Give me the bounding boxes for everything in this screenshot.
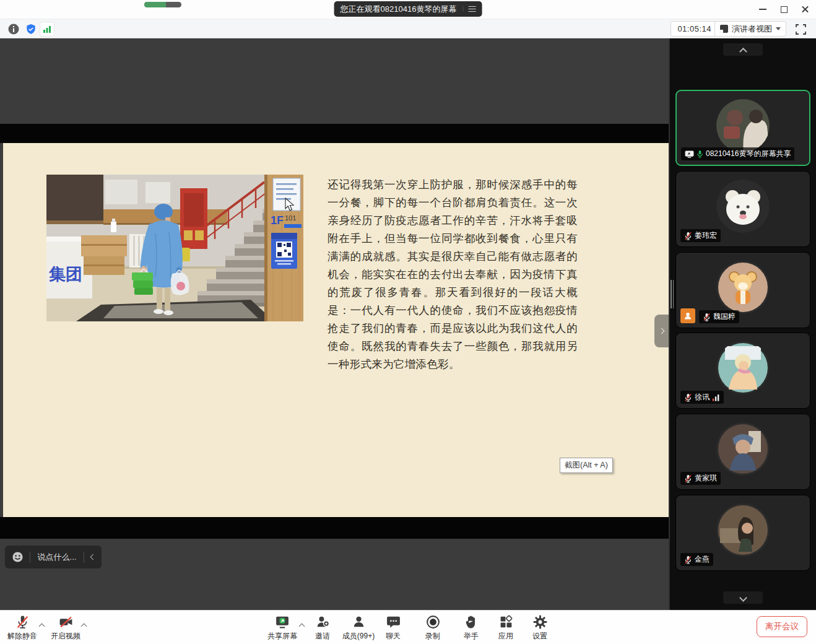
unmute-label: 解除静音 (7, 631, 37, 642)
chat-input-bar[interactable]: 说点什么... (5, 546, 102, 568)
slide-photo: 集团 (46, 175, 303, 321)
screen-share-icon (685, 150, 694, 158)
mic-muted-icon (703, 313, 711, 321)
mic-muted-icon (684, 474, 692, 483)
participant-name-label: 08210416黄琴的屏幕共享 (681, 147, 794, 160)
participant-tile[interactable]: 姜玮宏 (675, 171, 810, 247)
start-video-button[interactable]: 开启视频 (48, 614, 83, 642)
share-options-caret[interactable] (300, 624, 304, 629)
banner-menu-icon[interactable] (462, 6, 475, 12)
participants-sidebar: 08210416黄琴的屏幕共享 姜玮宏 魏国粹 (669, 38, 816, 610)
members-icon (351, 614, 367, 630)
unmute-button[interactable]: 解除静音 (5, 614, 40, 642)
floor-sign: 1F (271, 214, 284, 227)
weak-signal-icon (712, 394, 720, 401)
chat-label: 聊天 (386, 631, 401, 642)
chevron-down-icon (739, 594, 747, 602)
participant-tile[interactable]: 黄家琪 (675, 414, 810, 490)
chevron-up-icon (299, 624, 305, 630)
minimize-button[interactable] (757, 3, 769, 15)
start-video-label: 开启视频 (51, 631, 80, 642)
participant-tile-sharing[interactable]: 08210416黄琴的屏幕共享 (675, 90, 810, 166)
view-mode-label: 演讲者视图 (732, 24, 772, 35)
chat-button[interactable]: 聊天 (378, 614, 409, 642)
participant-name-label: 魏国粹 (699, 310, 739, 323)
participant-name-label: 姜玮宏 (680, 229, 721, 242)
control-bar: 解除静音 开启视频 共享屏幕 邀请 成员(99+) 聊天 录制 (0, 610, 816, 644)
record-label: 录制 (425, 631, 440, 642)
network-quality-icon[interactable] (40, 22, 54, 37)
apps-icon (498, 614, 514, 630)
participant-tile[interactable]: 魏国粹 (675, 252, 810, 328)
invite-label: 邀请 (315, 631, 330, 642)
close-button[interactable] (799, 3, 811, 15)
avatar (716, 503, 770, 557)
sidebar-expand-handle[interactable] (654, 315, 669, 347)
avatar (716, 99, 770, 152)
apps-button[interactable]: 应用 (490, 614, 521, 642)
chevron-up-icon (39, 624, 45, 630)
record-icon (425, 614, 441, 630)
mic-on-icon (697, 150, 703, 158)
chevron-right-icon (659, 328, 665, 334)
emoji-icon[interactable] (5, 551, 30, 563)
slide-paragraph: 还记得我第一次穿上防护服，那时候深感手中的每一分餐，脚下的每一个台阶都肩负着责任… (328, 176, 578, 373)
window-controls (757, 3, 811, 15)
mic-muted-icon (684, 555, 692, 564)
invite-button[interactable]: 邀请 (307, 614, 338, 642)
title-bar: 您正在观看08210416黄琴的屏幕 (0, 0, 816, 19)
gear-icon (532, 614, 548, 630)
camera-off-icon (58, 614, 74, 630)
status-bar: 01:05:14 演讲者视图 (0, 19, 816, 38)
record-button[interactable]: 录制 (417, 614, 448, 642)
counter-text: 集团 (48, 265, 82, 284)
security-shield-icon[interactable] (24, 22, 38, 37)
view-mode-selector[interactable]: 演讲者视图 (714, 21, 786, 37)
mic-muted-icon (684, 393, 692, 402)
avatar (716, 422, 770, 476)
avatar (716, 261, 770, 314)
watching-banner[interactable]: 您正在观看08210416黄琴的屏幕 (334, 1, 482, 17)
meeting-timer: 01:05:14 (671, 21, 718, 37)
scroll-up-button[interactable] (723, 43, 763, 56)
participant-name: 金燕 (695, 554, 710, 565)
presentation-slide: 集团 (3, 143, 669, 517)
participant-name: 魏国粹 (713, 311, 736, 322)
layout-icon (720, 25, 728, 33)
maximize-button[interactable] (778, 3, 790, 15)
mic-muted-icon (15, 614, 30, 630)
participant-name-label: 徐讯 (680, 391, 724, 404)
raise-hand-icon (464, 614, 479, 630)
members-button[interactable]: 成员(99+) (338, 614, 379, 642)
meeting-info-icon[interactable] (6, 22, 21, 37)
chevron-down-icon (776, 27, 781, 30)
fullscreen-button[interactable] (793, 22, 809, 37)
shared-screen-area: 集团 (0, 38, 669, 610)
chevron-up-icon (739, 47, 747, 55)
window-drag-pill (144, 2, 181, 7)
settings-button[interactable]: 设置 (524, 614, 555, 642)
apps-label: 应用 (498, 631, 513, 642)
share-screen-button[interactable]: 共享屏幕 (265, 614, 300, 642)
window-drag-pill-fill (144, 2, 166, 7)
participant-name-label: 黄家琪 (680, 472, 721, 485)
participant-name: 姜玮宏 (695, 230, 717, 241)
chat-collapse-button[interactable] (84, 555, 102, 559)
members-label: 成员(99+) (342, 631, 375, 642)
settings-label: 设置 (532, 631, 547, 642)
participant-name-label: 金燕 (680, 553, 713, 566)
scroll-down-button[interactable] (723, 591, 763, 604)
video-options-caret[interactable] (82, 624, 86, 629)
raise-hand-button[interactable]: 举手 (456, 614, 487, 642)
sidebar-resize-handle[interactable] (671, 280, 674, 308)
letterbox-bottom (0, 517, 669, 539)
avatar (716, 341, 770, 394)
participant-tile[interactable]: 徐讯 (675, 333, 810, 409)
leave-meeting-button[interactable]: 离开会议 (757, 616, 807, 637)
invite-icon (315, 614, 331, 630)
participant-tile[interactable]: 金燕 (675, 495, 810, 571)
host-badge-icon (680, 308, 695, 323)
share-screen-label: 共享屏幕 (267, 631, 297, 642)
unmute-options-caret[interactable] (40, 624, 44, 629)
chat-input-placeholder[interactable]: 说点什么... (30, 552, 84, 563)
